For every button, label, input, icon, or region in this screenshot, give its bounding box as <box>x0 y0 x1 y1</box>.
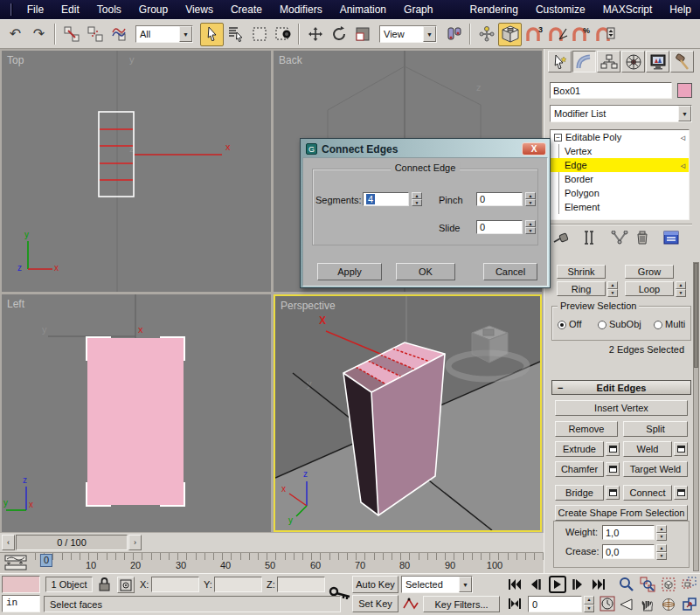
edit-edges-rollout-header[interactable]: − Edit Edges <box>551 380 691 395</box>
frame-spinner[interactable]: ▲▼ <box>584 596 594 612</box>
viewport-left[interactable]: Left y x z y x <box>2 294 271 532</box>
menu-tools[interactable]: Tools <box>88 0 130 19</box>
select-by-name-button[interactable] <box>224 23 247 46</box>
modifier-list-dropdown[interactable]: Modifier List ▼ <box>550 105 692 122</box>
pinch-spinner[interactable]: ▲▼ <box>525 192 536 206</box>
frame-forward-button[interactable]: › <box>128 535 142 550</box>
viewport-back-label[interactable]: Back <box>279 54 302 66</box>
menu-create[interactable]: Create <box>222 0 271 19</box>
frame-back-button[interactable]: ‹ <box>2 535 15 550</box>
ok-button[interactable]: OK <box>396 263 455 280</box>
next-frame-button[interactable] <box>571 577 585 591</box>
rectangular-selection-button[interactable] <box>247 23 271 46</box>
stack-row-edge[interactable]: Edge ◃ <box>551 158 689 172</box>
unlink-button[interactable] <box>83 23 107 46</box>
select-and-link-button[interactable] <box>59 23 83 46</box>
loop-spinner[interactable]: ▲▼ <box>676 281 686 296</box>
box-face-left[interactable] <box>87 338 184 505</box>
viewport-perspective[interactable]: Perspective y X <box>274 294 542 532</box>
menu-maxscript[interactable]: MAXScript <box>594 0 662 19</box>
select-and-move-button[interactable] <box>303 23 327 46</box>
key-mode-toggle-button[interactable] <box>508 598 522 610</box>
y-coordinate-input[interactable] <box>214 577 262 592</box>
viewport-left-label[interactable]: Left <box>7 298 24 310</box>
set-key-button[interactable]: Set Key <box>352 595 399 612</box>
window-crossing-button[interactable] <box>271 23 295 46</box>
show-in-viewport-icon[interactable]: ◃ <box>680 158 685 172</box>
dialog-title-bar[interactable]: G Connect Edges X <box>302 141 548 157</box>
menu-modifiers[interactable]: Modifiers <box>271 0 331 19</box>
extrude-button[interactable]: Extrude <box>555 441 604 457</box>
bind-to-spacewarp-button[interactable] <box>107 23 130 46</box>
angle-snap-3-button[interactable]: 3 <box>522 23 545 46</box>
maxscript-mini-listener[interactable]: in <box>2 595 40 612</box>
menu-graph-editors[interactable]: Graph Editors <box>395 0 461 19</box>
box-wireframe-top[interactable] <box>99 112 134 197</box>
tab-modify[interactable] <box>572 51 596 73</box>
pinch-input[interactable]: 0 <box>476 192 523 206</box>
menu-edit[interactable]: Edit <box>52 0 88 19</box>
make-unique-icon[interactable] <box>611 231 628 245</box>
target-weld-button[interactable]: Target Weld <box>623 461 688 477</box>
scrollbar-thumb[interactable] <box>694 263 698 368</box>
crease-spinner[interactable]: ▲▼ <box>656 544 667 559</box>
previous-frame-button[interactable] <box>529 577 543 591</box>
split-button[interactable]: Split <box>623 421 688 437</box>
zoom-extents-all-button[interactable] <box>682 577 697 592</box>
key-tangents-icon[interactable] <box>402 596 419 612</box>
connect-button[interactable]: Connect <box>623 485 672 501</box>
time-slider[interactable]: 0 / 100 <box>16 535 128 550</box>
spinner-snap-button[interactable] <box>593 23 616 46</box>
shrink-button[interactable]: Shrink <box>557 265 606 279</box>
menu-customize[interactable]: Customize <box>527 0 594 19</box>
chamfer-settings-button[interactable] <box>606 462 620 476</box>
show-in-viewport-icon[interactable]: ◃ <box>680 130 685 144</box>
remove-modifier-icon[interactable] <box>635 230 649 245</box>
loop-button[interactable]: Loop <box>625 281 674 296</box>
preview-subobj-radio[interactable]: SubObj <box>598 319 641 329</box>
current-frame-input[interactable]: 0 <box>528 596 582 612</box>
percent-snap-button[interactable]: % <box>569 23 593 46</box>
angle-snap-button[interactable] <box>545 23 569 46</box>
tab-utilities[interactable] <box>670 51 694 73</box>
menu-file[interactable]: File <box>18 0 52 19</box>
select-and-scale-button[interactable] <box>350 23 374 46</box>
stack-row-editable-poly[interactable]: − Editable Poly ◃ <box>551 130 689 144</box>
current-frame-marker[interactable]: 0 <box>40 554 52 567</box>
cancel-button[interactable]: Cancel <box>483 263 537 280</box>
absolute-offset-toggle[interactable] <box>117 577 135 593</box>
preview-multi-radio[interactable]: Multi <box>654 319 685 329</box>
viewport-top[interactable]: Top y z x y x z <box>2 51 271 292</box>
close-icon[interactable]: X <box>522 142 546 155</box>
select-object-button[interactable] <box>200 23 224 46</box>
tab-motion[interactable] <box>621 51 645 73</box>
go-to-end-button[interactable] <box>592 577 606 591</box>
stack-row-element[interactable]: Element <box>551 200 689 214</box>
insert-vertex-button[interactable]: Insert Vertex <box>555 400 688 416</box>
segments-input[interactable]: 4 <box>363 192 409 206</box>
x-coordinate-input[interactable] <box>151 577 199 592</box>
create-shape-button[interactable]: Create Shape From Selection <box>555 505 688 521</box>
zoom-button[interactable] <box>619 577 634 592</box>
mini-curve-editor-icon[interactable] <box>3 555 30 571</box>
viewport-top-label[interactable]: Top <box>7 54 24 66</box>
weld-settings-button[interactable] <box>674 442 688 456</box>
field-of-view-button[interactable] <box>619 597 634 612</box>
key-filters-button[interactable]: Key Filters... <box>423 596 500 612</box>
panel-scrollbar[interactable] <box>693 262 699 571</box>
configure-modifier-sets-icon[interactable] <box>663 230 679 245</box>
auto-key-button[interactable]: Auto Key <box>352 576 399 593</box>
redo-button[interactable]: ↷ <box>27 23 51 46</box>
preview-off-radio[interactable]: Off <box>558 319 581 329</box>
ring-spinner[interactable]: ▲▼ <box>607 281 618 296</box>
snaps-toggle-button[interactable] <box>498 23 522 46</box>
chamfer-button[interactable]: Chamfer <box>555 461 604 477</box>
select-and-rotate-button[interactable] <box>327 23 350 46</box>
weight-input[interactable]: 1,0 <box>602 525 655 540</box>
tab-display[interactable] <box>646 51 669 73</box>
extrude-settings-button[interactable] <box>606 442 620 456</box>
stack-row-vertex[interactable]: Vertex <box>551 144 689 158</box>
apply-button[interactable]: Apply <box>317 263 382 280</box>
min-max-toggle-button[interactable] <box>682 597 697 612</box>
stack-row-border[interactable]: Border <box>551 172 689 186</box>
